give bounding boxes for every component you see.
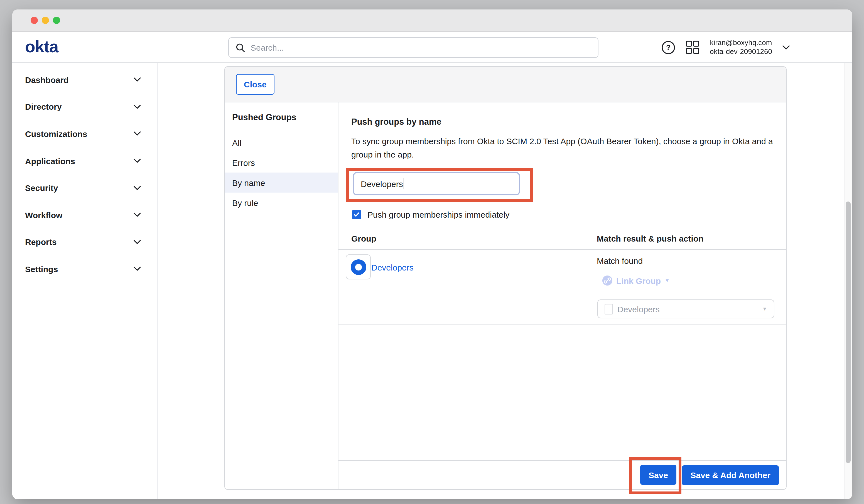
chevron-down-icon [134, 267, 141, 271]
chevron-down-icon [134, 105, 141, 109]
save-button[interactable]: Save [640, 465, 676, 485]
column-header-match: Match result & push action [597, 234, 786, 243]
account-org: okta-dev-20901260 [710, 47, 772, 57]
check-icon [353, 212, 360, 217]
sidebar-item-customizations[interactable]: Customizations [12, 120, 157, 147]
group-link[interactable]: Developers [371, 263, 413, 272]
sidebar-item-security[interactable]: Security [12, 175, 157, 202]
group-avatar [346, 254, 371, 279]
subnav-item-all[interactable]: All [225, 132, 338, 153]
chevron-down-icon[interactable] [782, 45, 790, 50]
push-by-name-section: Push groups by name To sync group member… [338, 103, 786, 489]
table-row: Developers Match found [338, 250, 786, 324]
section-title: Push groups by name [351, 117, 786, 127]
search-input[interactable] [251, 43, 598, 52]
match-cell: Match found Link Group [597, 250, 786, 324]
column-header-group: Group [338, 234, 597, 243]
chevron-down-icon [134, 240, 141, 244]
window-titlebar [12, 10, 852, 32]
subnav-item-errors[interactable]: Errors [225, 153, 338, 172]
app-header: okta ? [12, 32, 852, 63]
section-description: To sync group memberships from Okta to S… [351, 135, 773, 161]
subnav-item-by-name[interactable]: By name [225, 172, 338, 193]
sidebar-item-directory[interactable]: Directory [12, 93, 157, 120]
screenshot-stage: okta ? [0, 0, 864, 504]
page-area: Close Pushed Groups All Errors By name B… [158, 63, 852, 499]
sidebar-item-applications[interactable]: Applications [12, 147, 157, 175]
panel-footer: Save Save & Add Another [338, 460, 786, 489]
scrollbar-thumb[interactable] [845, 202, 851, 463]
help-icon[interactable]: ? [661, 40, 675, 54]
group-placeholder-icon [604, 304, 613, 314]
sidebar-item-settings[interactable]: Settings [12, 255, 157, 283]
text-cursor [404, 178, 405, 189]
scrollbar-track[interactable] [844, 63, 852, 499]
search-bar[interactable] [228, 37, 598, 58]
chevron-down-icon [134, 213, 141, 217]
search-icon [236, 43, 245, 52]
annotation-highlight-save: Save [629, 457, 681, 494]
pushed-groups-subnav: Pushed Groups All Errors By name By rule [225, 103, 338, 489]
panel-header: Close [225, 67, 786, 103]
sidebar: Dashboard Directory Customizations Appli… [12, 63, 158, 499]
window-close-button[interactable] [31, 17, 38, 24]
empty-space [338, 324, 786, 460]
account-menu[interactable]: kiran@boxyhq.com okta-dev-20901260 [710, 38, 772, 57]
apps-grid-icon[interactable] [685, 40, 700, 55]
svg-text:?: ? [666, 43, 671, 51]
chevron-down-icon [134, 77, 141, 82]
chevron-down-icon [134, 185, 141, 190]
account-email: kiran@boxyhq.com [710, 38, 772, 47]
window-minimize-button[interactable] [42, 17, 49, 24]
target-group-value: Developers [617, 304, 762, 314]
save-add-another-button[interactable]: Save & Add Another [682, 465, 779, 485]
sidebar-item-dashboard[interactable]: Dashboard [12, 66, 157, 93]
group-name-input-value: Developers [361, 179, 403, 189]
subnav-item-by-rule[interactable]: By rule [225, 193, 338, 213]
table-header: Group Match result & push action [338, 234, 786, 250]
group-name-input[interactable]: Developers [353, 172, 520, 195]
app-window: okta ? [12, 10, 852, 499]
link-group-label: Link Group [616, 276, 661, 285]
annotation-highlight-input: Developers [346, 168, 533, 202]
caret-down-icon: ▼ [665, 278, 670, 283]
match-status: Match found [597, 256, 643, 265]
link-group-button[interactable]: Link Group ▼ [602, 276, 670, 286]
push-immediately-label: Push group memberships immediately [368, 210, 509, 219]
chevron-down-icon [134, 132, 141, 136]
okta-group-icon [350, 259, 366, 275]
target-group-select[interactable]: Developers ▼ [597, 299, 775, 319]
close-button[interactable]: Close [236, 74, 274, 95]
header-right-group: ? kiran@boxyhq.com okta-dev-20901260 [661, 32, 790, 63]
sidebar-item-reports[interactable]: Reports [12, 228, 157, 255]
chevron-down-icon [134, 159, 141, 163]
subnav-title: Pushed Groups [225, 112, 338, 122]
group-cell: Developers [338, 250, 597, 324]
push-immediately-row: Push group memberships immediately [352, 210, 786, 219]
panel-body: Pushed Groups All Errors By name By rule… [225, 103, 786, 489]
sidebar-item-workflow[interactable]: Workflow [12, 202, 157, 228]
window-zoom-button[interactable] [53, 17, 60, 24]
content-area: Dashboard Directory Customizations Appli… [12, 63, 852, 499]
push-immediately-checkbox[interactable] [352, 210, 361, 219]
okta-logo: okta [25, 37, 58, 56]
push-groups-panel: Close Pushed Groups All Errors By name B… [224, 66, 787, 490]
caret-down-icon: ▼ [762, 306, 767, 312]
link-icon [602, 276, 612, 286]
